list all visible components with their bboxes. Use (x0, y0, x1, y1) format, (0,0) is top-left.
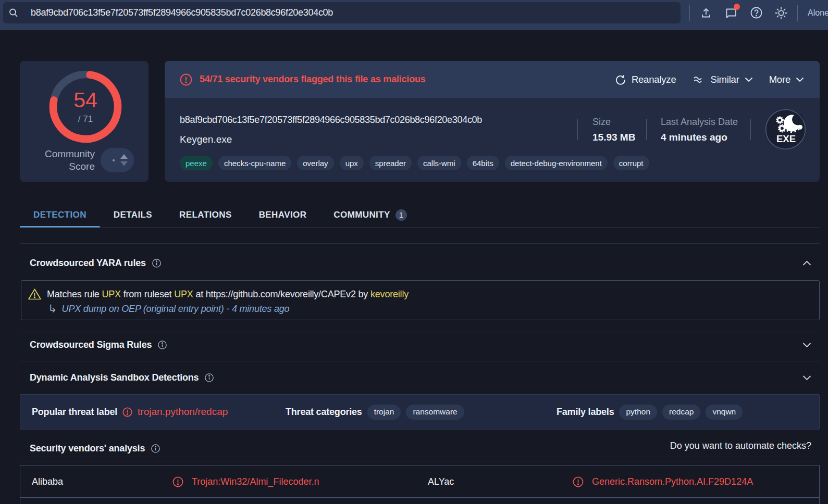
topbar-divider (689, 5, 690, 21)
alert-text: 54/71 security vendors flagged this file… (200, 74, 426, 85)
community-score-label: Community Score (23, 148, 95, 173)
vote-widget[interactable] (101, 148, 134, 172)
yara-title: Crowdsourced YARA rules (30, 258, 146, 269)
tab-behavior[interactable]: BEHAVIOR (245, 203, 320, 227)
return-arrow-icon: ↳ (48, 304, 57, 313)
file-tag-calls-wmi[interactable]: calls-wmi (417, 156, 461, 170)
vendor-result: Trojan:Win32/Almi_Filecoder.n (192, 476, 319, 487)
threat-label-value[interactable]: trojan.python/redcap (138, 406, 228, 418)
score-card: 54 / 71 Community Score (20, 61, 149, 182)
search-input-value[interactable]: b8af9cbd706c13f5e7f20573ff5f2894966c9058… (31, 7, 333, 18)
sigma-title: Crowdsourced Sigma Rules (30, 339, 152, 350)
vendor-name: Alibaba (32, 465, 63, 498)
family-label-vnqwn[interactable]: vnqwn (706, 405, 743, 420)
upload-icon[interactable] (694, 0, 719, 26)
tab-label: COMMUNITY (333, 210, 390, 220)
size-label: Size (592, 117, 611, 128)
user-name[interactable]: Alone (808, 8, 828, 18)
threat-category-trojan[interactable]: trojan (367, 405, 401, 420)
tab-relations[interactable]: RELATIONS (166, 203, 245, 227)
file-tag-peexe[interactable]: peexe (180, 156, 213, 170)
alert-icon (172, 476, 183, 487)
reanalyze-button[interactable]: Reanalyze (615, 74, 676, 85)
score-value: 54 (49, 90, 122, 111)
tab-label: RELATIONS (179, 210, 232, 220)
threat-category-ransomware[interactable]: ransomware (406, 405, 464, 420)
tab-details[interactable]: DETAILS (100, 203, 166, 227)
yara-match-box: Matches rule UPX from ruleset UPX at htt… (21, 280, 820, 320)
info-icon[interactable] (152, 259, 161, 268)
yara-ruleset-link[interactable]: UPX (174, 289, 193, 299)
file-tag-spreader[interactable]: spreader (369, 156, 412, 170)
meta-divider3 (750, 119, 751, 140)
file-hash[interactable]: b8af9cbd706c13f5e7f20573ff5f2894966c9058… (180, 115, 482, 125)
vendor-result-cell: Generic.Ransom.Python.AI.F29D124A (573, 465, 753, 498)
yara-author-link[interactable]: kevoreilly (370, 289, 409, 299)
yara-rule-link[interactable]: UPX (102, 289, 120, 299)
yara-description: ↳ UPX dump on OEP (original entry point)… (48, 304, 289, 314)
family-labels-title: Family labels (557, 407, 614, 418)
notification-dot (734, 4, 740, 10)
tab-detection[interactable]: DETECTION (20, 203, 100, 227)
vendor-result: Generic.Ransom.Python.AI.F29D124A (592, 476, 753, 487)
divider (20, 461, 820, 461)
theme-icon[interactable] (769, 0, 794, 26)
search-icon (8, 7, 19, 19)
similar-icon (693, 74, 706, 85)
file-tag-detect-debug-environment[interactable]: detect-debug-environment (505, 156, 608, 170)
file-tag-64bits[interactable]: 64bits (467, 156, 499, 170)
date-label: Last Analysis Date (661, 117, 738, 128)
sigma-expand-chevron[interactable] (802, 337, 812, 352)
vendors-title: Security vendors' analysis (30, 443, 145, 454)
size-value: 15.93 MB (592, 132, 635, 143)
topbar-divider2 (797, 5, 798, 21)
date-value: 4 minutes ago (661, 132, 727, 143)
vendors-table: AlibabaTrojan:Win32/Almi_Filecoder.nALYa… (20, 465, 820, 504)
automate-checks-link[interactable]: Do you want to automate checks? (541, 440, 811, 456)
sigma-section-header: Crowdsourced Sigma Rules (30, 337, 167, 352)
reanalyze-icon (615, 74, 626, 85)
threat-label-title: Popular threat label (32, 407, 117, 418)
file-tags: peexechecks-cpu-nameoverlayupxspreaderca… (180, 156, 649, 170)
search-bar[interactable]: b8af9cbd706c13f5e7f20573ff5f2894966c9058… (3, 2, 681, 23)
threat-category-pills: trojanransomware (367, 405, 464, 420)
alert-icon (573, 476, 584, 487)
more-button[interactable]: More (769, 74, 804, 85)
alert-icon (122, 407, 132, 417)
warning-icon (28, 288, 42, 300)
vendor-result-cell: Trojan:Win32/Almi_Filecoder.n (172, 465, 319, 498)
file-tag-upx[interactable]: upx (340, 156, 364, 170)
chevron-down-icon (796, 77, 804, 82)
file-name: Keygen.exe (180, 134, 232, 145)
comments-icon[interactable] (719, 0, 744, 26)
sandbox-expand-chevron[interactable] (802, 370, 812, 385)
file-tag-checks-cpu-name[interactable]: checks-cpu-name (218, 156, 291, 170)
tab-label: DETECTION (33, 210, 86, 220)
file-tag-corrupt[interactable]: corrupt (613, 156, 649, 170)
tab-community[interactable]: COMMUNITY1 (320, 203, 420, 227)
threat-categories-title: Threat categories (286, 407, 362, 418)
family-label-python[interactable]: python (619, 405, 657, 420)
score-total: / 71 (49, 115, 122, 123)
family-label-pills: pythonredcapvnqwn (619, 405, 743, 420)
vendor-row: AlibabaTrojan:Win32/Almi_Filecoder.nALYa… (20, 465, 819, 498)
topbar-right: Alone (689, 0, 828, 26)
meta-divider (577, 119, 578, 140)
chevron-down-icon (745, 77, 753, 82)
help-icon[interactable] (744, 0, 769, 26)
family-label-redcap[interactable]: redcap (662, 405, 700, 420)
yara-collapse-chevron[interactable] (802, 255, 812, 271)
vote-down-arrow[interactable] (120, 161, 128, 166)
info-icon[interactable] (158, 341, 167, 349)
vendor-name: ALYac (428, 465, 454, 498)
file-tag-overlay[interactable]: overlay (297, 156, 333, 170)
vote-up-arrow[interactable] (120, 154, 128, 159)
divider (20, 243, 820, 244)
topbar: b8af9cbd706c13f5e7f20573ff5f2894966c9058… (0, 0, 828, 30)
info-icon[interactable] (205, 373, 214, 382)
divider (20, 333, 820, 333)
similar-button[interactable]: Similar (693, 74, 753, 85)
file-type-exe-icon: EXE (765, 109, 806, 149)
info-icon[interactable] (151, 444, 160, 453)
file-card-body: b8af9cbd706c13f5e7f20573ff5f2894966c9058… (180, 98, 820, 182)
